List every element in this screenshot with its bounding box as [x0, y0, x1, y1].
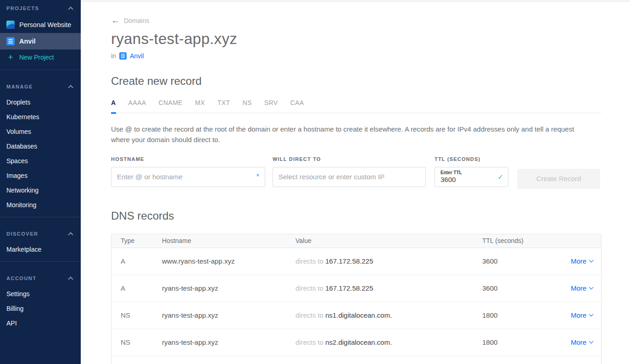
record-ttl: 3600	[482, 284, 571, 292]
more-button[interactable]: More	[571, 338, 593, 346]
tab-ns[interactable]: NS	[243, 99, 252, 113]
sidebar-item-spaces[interactable]: Spaces	[0, 154, 81, 168]
chevron-down-icon	[589, 312, 594, 317]
more-label: More	[571, 311, 586, 319]
direct-field-wrap	[273, 167, 426, 187]
account-section-label: ACCOUNT	[6, 276, 37, 281]
project-link[interactable]: Anvil	[130, 52, 144, 60]
sidebar-item-images[interactable]: Images	[0, 168, 81, 183]
record-ttl: 3600	[482, 257, 571, 265]
sidebar-item-networking[interactable]: Networking	[0, 183, 81, 198]
ttl-field[interactable]: Enter TTL 3600 ✓	[435, 167, 508, 187]
chevron-up-icon	[68, 276, 73, 281]
required-asterisk-icon: *	[256, 172, 259, 182]
sidebar-item-label: Volumes	[6, 128, 31, 135]
value-prefix: directs to	[295, 338, 323, 346]
sidebar-item-databases[interactable]: Databases	[0, 139, 81, 154]
record-hostname: ryans-test-app.xyz	[162, 311, 295, 319]
record-value: directs to ns2.digitalocean.com.	[295, 338, 482, 346]
sidebar-item-label: Monitoring	[6, 201, 36, 209]
sidebar-item-settings[interactable]: Settings	[0, 287, 81, 301]
anvil-project-icon	[119, 52, 127, 60]
sidebar-divider	[0, 70, 81, 70]
personal-website-project-icon	[6, 21, 15, 29]
ttl-label: TTL (SECONDS)	[435, 156, 508, 162]
project-association: in Anvil	[111, 52, 602, 60]
discover-section-header[interactable]: DISCOVER	[0, 226, 81, 242]
record-description: Use @ to create the record at the root o…	[111, 124, 586, 145]
value-target: ns1.digitalocean.com.	[325, 311, 392, 319]
record-type: NS	[121, 338, 162, 346]
ttl-inner-label: Enter TTL	[440, 170, 462, 176]
record-type: NS	[121, 311, 162, 319]
valid-check-icon: ✓	[497, 173, 503, 181]
more-button[interactable]: More	[571, 257, 593, 265]
more-label: More	[571, 257, 586, 265]
value-target: 167.172.58.225	[325, 284, 373, 292]
new-project-button[interactable]: + New Project	[0, 50, 81, 65]
tab-txt[interactable]: TXT	[217, 99, 230, 113]
sidebar-item-label: Billing	[6, 305, 23, 312]
record-value: directs to 167.172.58.225	[295, 284, 482, 292]
hostname-label: HOSTNAME	[111, 156, 265, 162]
tab-caa[interactable]: CAA	[290, 99, 304, 113]
record-hostname: ryans-test-app.xyz	[162, 338, 295, 346]
sidebar-item-marketplace[interactable]: Marketplace	[0, 242, 81, 257]
value-prefix: directs to	[295, 284, 323, 292]
more-button[interactable]: More	[571, 284, 593, 292]
dns-records-heading: DNS records	[111, 210, 602, 222]
table-header: Type Hostname Value TTL (seconds)	[112, 234, 601, 248]
sidebar-item-label: Personal Website	[19, 21, 71, 28]
column-header-value: Value	[295, 237, 482, 244]
sidebar-item-monitoring[interactable]: Monitoring	[0, 198, 81, 212]
hostname-input[interactable]	[117, 173, 253, 181]
create-record-button[interactable]: Create Record	[517, 169, 600, 189]
sidebar-item-kubernetes[interactable]: Kubernetes	[0, 110, 81, 124]
table-row: A ryans-test-app.xyz directs to 167.172.…	[112, 275, 601, 302]
tab-srv[interactable]: SRV	[264, 99, 278, 113]
column-header-ttl: TTL (seconds)	[482, 237, 571, 244]
sidebar-item-label: Databases	[6, 143, 37, 150]
sidebar-item-label: Images	[6, 172, 28, 179]
account-section-header[interactable]: ACCOUNT	[0, 270, 81, 287]
manage-section-header[interactable]: MANAGE	[0, 78, 81, 95]
sidebar-item-personal-website[interactable]: Personal Website	[0, 17, 81, 33]
sidebar-item-droplets[interactable]: Droplets	[0, 95, 81, 110]
sidebar: PROJECTS Personal Website Anvil + New Pr…	[0, 0, 81, 364]
record-type-tabs: A AAAA CNAME MX TXT NS SRV CAA	[111, 99, 602, 113]
hostname-field-wrap: *	[111, 167, 265, 187]
sidebar-item-anvil[interactable]: Anvil	[0, 33, 81, 50]
table-row: NS ryans-test-app.xyz directs to ns1.dig…	[112, 302, 601, 329]
discover-section-label: DISCOVER	[6, 231, 38, 237]
tab-a[interactable]: A	[111, 99, 116, 113]
table-row: NS ryans-test-app.xyz directs to ns2.dig…	[112, 329, 601, 356]
will-direct-to-label: WILL DIRECT TO	[273, 156, 426, 162]
sidebar-item-label: Droplets	[6, 99, 30, 106]
tab-cname[interactable]: CNAME	[158, 99, 183, 113]
chevron-down-icon	[589, 339, 594, 344]
new-project-label: New Project	[19, 54, 54, 61]
in-label: in	[111, 52, 116, 60]
column-header-hostname: Hostname	[162, 237, 295, 244]
sidebar-item-label: Networking	[6, 187, 39, 194]
create-record-heading: Create new record	[111, 75, 602, 88]
will-direct-to-input[interactable]	[279, 173, 420, 181]
record-value: directs to ns1.digitalocean.com.	[295, 311, 482, 319]
projects-section-header[interactable]: PROJECTS	[0, 0, 81, 17]
ttl-value: 3600	[440, 176, 462, 184]
page-title: ryans-test-app.xyz	[111, 30, 602, 48]
tab-mx[interactable]: MX	[195, 99, 205, 113]
value-prefix: directs to	[295, 311, 323, 319]
sidebar-item-volumes[interactable]: Volumes	[0, 124, 81, 139]
create-record-form: HOSTNAME * WILL DIRECT TO TTL (SECONDS) …	[111, 156, 602, 189]
more-button[interactable]: More	[571, 311, 593, 319]
sidebar-item-billing[interactable]: Billing	[0, 301, 81, 316]
sidebar-item-api[interactable]: API	[0, 316, 81, 331]
table-row: A www.ryans-test-app.xyz directs to 167.…	[112, 248, 601, 275]
record-ttl: 1800	[482, 338, 571, 346]
plus-icon: +	[6, 53, 15, 62]
record-type: A	[121, 284, 162, 292]
tab-aaaa[interactable]: AAAA	[128, 99, 146, 113]
top-bar	[81, 0, 630, 2]
breadcrumb[interactable]: ← Domains	[111, 16, 602, 25]
